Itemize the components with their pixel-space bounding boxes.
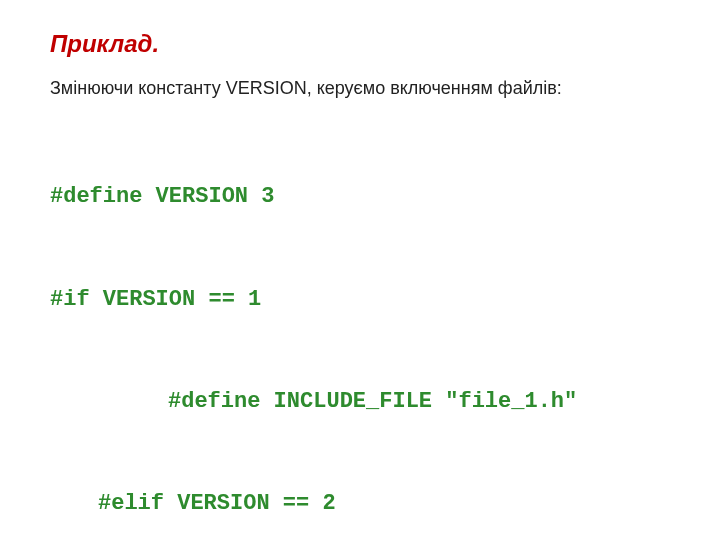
code-line: #if VERSION == 1: [50, 283, 670, 317]
example-description: Змінюючи константу VERSION, керуємо вклю…: [50, 77, 670, 100]
code-line: #elif VERSION == 2: [50, 487, 670, 521]
code-line: #define INCLUDE_FILE "file_1.h": [50, 385, 670, 419]
document-page: Приклад. Змінюючи константу VERSION, кер…: [0, 0, 720, 540]
code-line: #define VERSION 3: [50, 180, 670, 214]
code-block: #define VERSION 3 #if VERSION == 1 #defi…: [50, 112, 670, 540]
example-heading: Приклад.: [50, 30, 670, 59]
